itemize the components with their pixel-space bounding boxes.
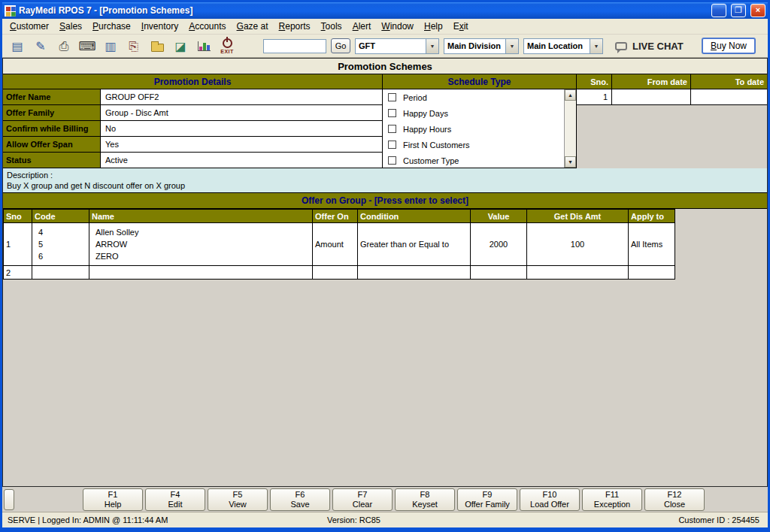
schedule-from-date-cell[interactable]: [612, 89, 691, 105]
title-bar[interactable]: RayMedi RPOS 7 - [Promotion Schemes] _ ❐…: [2, 2, 768, 19]
menu-item-customer[interactable]: Customer: [5, 20, 54, 33]
detail-value-allow-offer-span[interactable]: Yes: [101, 137, 383, 153]
statement-icon[interactable]: ▥: [102, 35, 120, 56]
chevron-down-icon[interactable]: ▼: [590, 39, 602, 53]
printer-icon[interactable]: ⎙: [55, 35, 73, 56]
schedule-type-happy-days[interactable]: Happy Days: [383, 105, 576, 121]
menu-item-tools[interactable]: Tools: [316, 20, 347, 33]
chart-icon[interactable]: [195, 35, 213, 56]
cell-sno[interactable]: 2: [4, 266, 32, 280]
fn-label: Offer Family: [465, 500, 510, 509]
exit-power-icon[interactable]: EXIT: [218, 35, 236, 56]
checkbox-happy-hours[interactable]: [388, 125, 396, 133]
status-customer-id: Customer ID : 254455: [678, 515, 762, 524]
invoice-icon[interactable]: ▤: [8, 35, 26, 56]
checkbox-period[interactable]: [388, 93, 396, 101]
fn-key: F4: [171, 490, 180, 500]
f12-close-button[interactable]: F12Close: [644, 488, 705, 511]
f7-clear-button[interactable]: F7Clear: [332, 488, 393, 511]
schedule-type-label: Customer Type: [403, 156, 459, 165]
scroll-up-icon[interactable]: ▲: [565, 89, 576, 101]
column-header-get-dis-amt: Get Dis Amt: [527, 210, 629, 223]
keyboard-icon[interactable]: ⌨: [78, 35, 96, 56]
maximize-button[interactable]: ❐: [731, 4, 746, 17]
fn-key: F6: [296, 490, 305, 500]
f6-save-button[interactable]: F6Save: [270, 488, 330, 511]
f5-view-button[interactable]: F5View: [208, 488, 268, 511]
schedule-type-label: First N Customers: [403, 141, 470, 150]
menu-item-help[interactable]: Help: [419, 20, 448, 33]
schedule-type-period[interactable]: Period: [383, 89, 576, 105]
chevron-down-icon[interactable]: ▼: [505, 39, 518, 53]
sno-column-header: Sno.: [577, 74, 612, 89]
image-icon[interactable]: ◪: [171, 35, 189, 56]
f1-help-button[interactable]: F1Help: [83, 488, 143, 511]
menu-item-alert[interactable]: Alert: [347, 20, 377, 33]
schedule-type-first-n-customers[interactable]: First N Customers: [383, 137, 576, 153]
cell-sno[interactable]: 1: [4, 223, 32, 266]
menu-item-accounts[interactable]: Accounts: [183, 20, 231, 33]
fn-bar-stub: [4, 489, 14, 510]
menu-item-gaze-at[interactable]: Gaze at: [232, 20, 274, 33]
cell-condition[interactable]: Greater than or Equal to: [358, 223, 471, 266]
checkbox-happy-days[interactable]: [388, 109, 396, 117]
fn-label: Exception: [594, 500, 630, 509]
menu-item-purchase[interactable]: Purchase: [87, 20, 136, 33]
buy-now-button[interactable]: Buy Now: [702, 38, 756, 54]
live-chat-link[interactable]: LIVE CHAT: [615, 41, 684, 52]
export-icon[interactable]: ⎘: [125, 35, 143, 56]
checkbox-first-n-customers[interactable]: [388, 141, 396, 149]
detail-value-confirm-while-billing[interactable]: No: [101, 121, 383, 137]
detail-row-offer-name: Offer NameGROUP OFF2: [3, 89, 383, 105]
search-input[interactable]: [263, 39, 326, 53]
f10-load-offer-button[interactable]: F10Load Offer: [520, 488, 580, 511]
cell-apply-to[interactable]: [629, 266, 675, 280]
menu-item-reports[interactable]: Reports: [274, 20, 316, 33]
menu-item-inventory[interactable]: Inventory: [136, 20, 183, 33]
cell-condition[interactable]: [358, 266, 471, 280]
menu-item-exit[interactable]: Exit: [448, 20, 474, 33]
close-button[interactable]: ×: [750, 4, 765, 17]
minimize-button[interactable]: _: [711, 4, 726, 17]
chevron-down-icon[interactable]: ▼: [426, 39, 438, 53]
go-button[interactable]: Go: [331, 38, 350, 53]
cell-name[interactable]: Allen Solley ARROW ZERO: [89, 223, 313, 266]
scroll-down-icon[interactable]: ▼: [565, 156, 576, 168]
toolbar: ▤✎⎙⌨▥⎘◪EXIT Go GFT ▼ Main Division ▼ Mai…: [2, 35, 768, 58]
f11-exception-button[interactable]: F11Exception: [582, 488, 642, 511]
schedule-to-date-cell[interactable]: [691, 89, 767, 105]
exit-power-icon: [223, 38, 232, 48]
cell-get-dis-amt[interactable]: 100: [527, 223, 629, 266]
cell-get-dis-amt[interactable]: [527, 266, 629, 280]
cell-apply-to[interactable]: All Items: [629, 223, 675, 266]
open-folder-icon[interactable]: [148, 35, 166, 56]
cell-offer-on[interactable]: Amount: [313, 223, 358, 266]
f9-offer-family-button[interactable]: F9Offer Family: [457, 488, 517, 511]
description-label: Description :: [7, 170, 763, 180]
checkbox-customer-type[interactable]: [388, 156, 396, 165]
division-dropdown[interactable]: Main Division ▼: [444, 38, 519, 54]
app-icon: [5, 5, 16, 17]
cell-offer-on[interactable]: [313, 266, 358, 280]
schedule-type-customer-type[interactable]: Customer Type: [383, 153, 576, 168]
detail-value-status[interactable]: Active: [101, 153, 383, 168]
f4-edit-button[interactable]: F4Edit: [145, 488, 205, 511]
detail-value-offer-name[interactable]: GROUP OFF2: [101, 89, 383, 105]
cell-code[interactable]: [32, 266, 89, 280]
schedule-sno-cell[interactable]: 1: [577, 89, 612, 105]
menu-item-window[interactable]: Window: [376, 20, 419, 33]
cell-value[interactable]: 2000: [471, 223, 527, 266]
fn-label: Help: [105, 500, 122, 509]
menu-item-sales[interactable]: Sales: [54, 20, 87, 33]
f8-keyset-button[interactable]: F8Keyset: [395, 488, 455, 511]
detail-value-offer-family[interactable]: Group - Disc Amt: [101, 105, 383, 121]
cell-name[interactable]: [89, 266, 313, 280]
scrollbar[interactable]: ▲ ▼: [564, 89, 576, 168]
schedule-type-happy-hours[interactable]: Happy Hours: [383, 121, 576, 137]
fn-key: F9: [483, 490, 493, 500]
cell-code[interactable]: 4 5 6: [32, 223, 89, 266]
location-dropdown[interactable]: Main Location ▼: [523, 38, 603, 54]
company-dropdown[interactable]: GFT ▼: [355, 38, 439, 54]
cell-value[interactable]: [471, 266, 527, 280]
save-bill-icon[interactable]: ✎: [32, 35, 50, 56]
